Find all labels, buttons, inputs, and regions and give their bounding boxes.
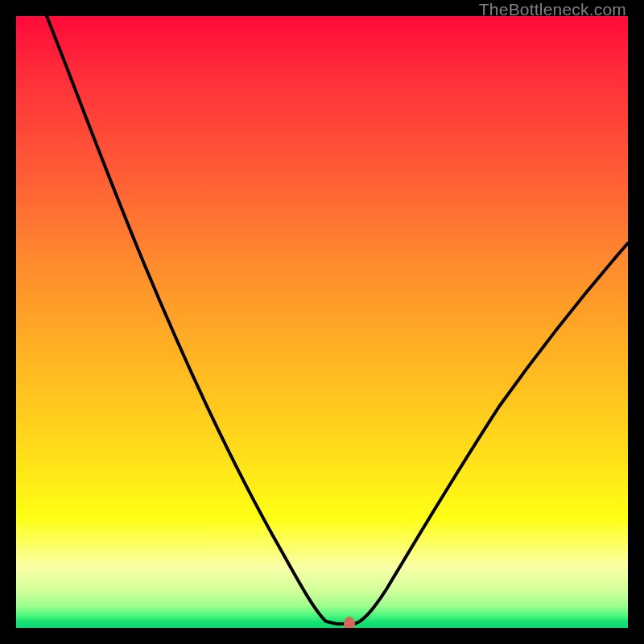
bottleneck-curve <box>16 16 628 628</box>
curve-path <box>47 16 628 624</box>
plot-area <box>16 16 628 628</box>
watermark-text: TheBottleneck.com <box>479 0 626 19</box>
optimal-marker <box>344 617 355 628</box>
chart-frame: TheBottleneck.com <box>0 0 644 644</box>
